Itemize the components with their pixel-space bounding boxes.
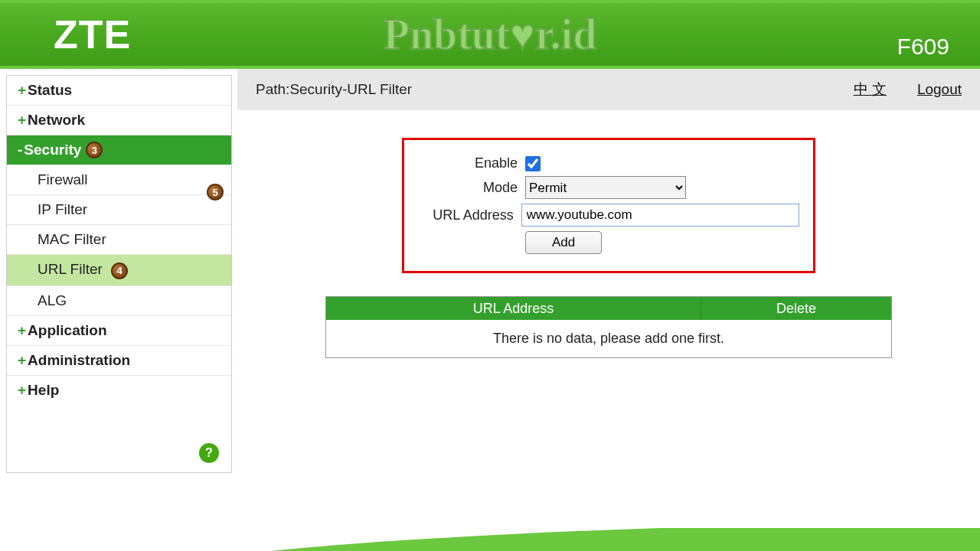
brand-logo: ZTE (0, 11, 131, 57)
sidebar-item-label: Status (28, 82, 72, 99)
expand-icon: + (18, 382, 26, 399)
help-icon[interactable]: ? (199, 443, 219, 463)
path-prefix: Path: (256, 81, 289, 97)
breadcrumb-path: Path:Security-URL Filter (256, 81, 823, 98)
sidebar-item-label: Help (28, 382, 59, 399)
sidebar-sub-label: Firewall (38, 171, 87, 187)
sidebar-sub-label: MAC Filter (38, 231, 106, 247)
col-delete: Delete (701, 297, 891, 320)
enable-checkbox[interactable] (525, 156, 541, 171)
step-badge-5: 5 (207, 184, 224, 201)
url-address-label: URL Address (418, 207, 514, 223)
sidebar-item-security[interactable]: -Security 3 (7, 135, 231, 165)
sidebar-sub-label: ALG (38, 292, 67, 308)
expand-icon: + (18, 112, 26, 129)
sidebar-sub-mac-filter[interactable]: MAC Filter (7, 225, 231, 255)
sidebar: +Status +Network -Security 3 Firewall IP… (0, 69, 237, 528)
sidebar-item-help[interactable]: +Help (7, 376, 231, 405)
nav-menu: +Status +Network -Security 3 Firewall IP… (6, 75, 232, 473)
sidebar-item-application[interactable]: +Application (7, 316, 231, 346)
language-link[interactable]: 中 文 (854, 80, 887, 99)
collapse-icon: - (18, 142, 22, 158)
url-filter-table: URL Address Delete There is no data, ple… (325, 296, 892, 358)
sidebar-item-label: Security (24, 142, 81, 158)
col-url-address: URL Address (326, 297, 701, 320)
sidebar-item-label: Application (28, 322, 106, 339)
sidebar-item-label: Network (28, 112, 85, 129)
expand-icon: + (18, 82, 26, 99)
table-empty-message: There is no data, please add one first. (326, 320, 891, 357)
enable-label: Enable (418, 155, 518, 171)
sidebar-sub-ip-filter[interactable]: IP Filter (7, 195, 231, 225)
expand-icon: + (18, 352, 26, 369)
header-bar: ZTE Pnbtut♥r.id F609 (0, 0, 980, 69)
sidebar-sub-label: URL Filter (38, 261, 103, 277)
expand-icon: + (18, 322, 26, 339)
sidebar-sub-firewall[interactable]: Firewall (7, 165, 231, 195)
path-value: Security-URL Filter (289, 81, 412, 97)
footer-swoosh (0, 528, 980, 551)
sidebar-item-network[interactable]: +Network (7, 106, 231, 135)
sidebar-item-status[interactable]: +Status (7, 76, 231, 106)
breadcrumb: Path:Security-URL Filter 中 文 Logout (237, 69, 980, 110)
url-filter-form: Enable Mode Permit URL Address Add (402, 138, 815, 273)
sidebar-sub-label: IP Filter (38, 201, 87, 217)
sidebar-sub-url-filter[interactable]: URL Filter 4 (7, 255, 231, 286)
step-badge-4: 4 (111, 262, 128, 279)
sidebar-item-label: Administration (28, 352, 130, 369)
table-header: URL Address Delete (326, 297, 891, 320)
mode-label: Mode (418, 180, 518, 196)
step-badge-3: 3 (86, 142, 103, 158)
sidebar-item-administration[interactable]: +Administration (7, 346, 231, 376)
logout-link[interactable]: Logout (917, 81, 962, 98)
model-number: F609 (897, 34, 949, 60)
form-zone: 5 Enable Mode Permit URL Address (237, 138, 980, 273)
url-address-input[interactable] (521, 204, 799, 227)
add-button[interactable]: Add (525, 231, 602, 254)
mode-select[interactable]: Permit (525, 176, 686, 199)
sidebar-sub-alg[interactable]: ALG (7, 286, 231, 316)
watermark-text: Pnbtut♥r.id (384, 10, 597, 59)
main-content: Path:Security-URL Filter 中 文 Logout 5 En… (237, 69, 980, 528)
